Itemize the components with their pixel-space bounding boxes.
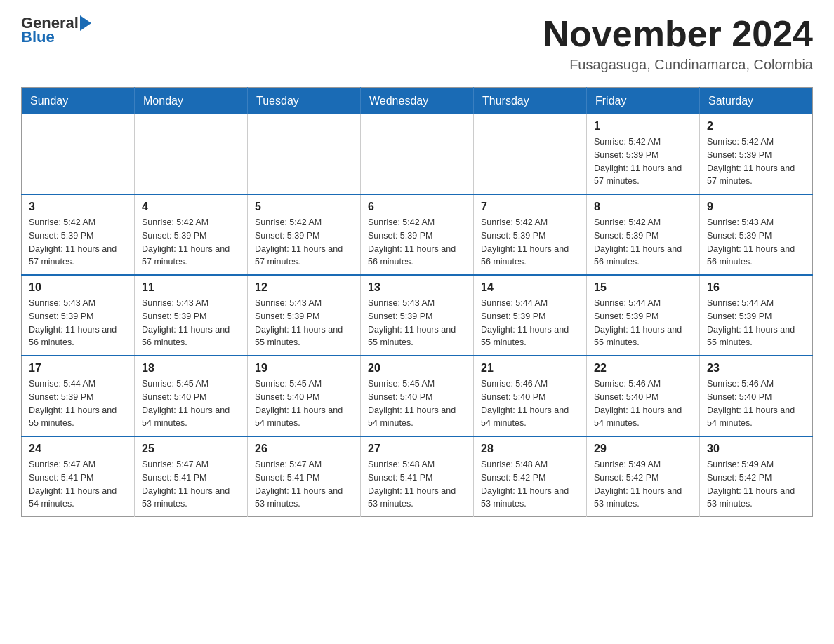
calendar-cell: 16Sunrise: 5:44 AMSunset: 5:39 PMDayligh…	[700, 275, 813, 356]
sun-info: Sunrise: 5:46 AMSunset: 5:40 PMDaylight:…	[481, 377, 579, 430]
calendar-cell: 13Sunrise: 5:43 AMSunset: 5:39 PMDayligh…	[361, 275, 474, 356]
calendar-cell	[361, 114, 474, 194]
weekday-header-tuesday: Tuesday	[248, 88, 361, 115]
sun-info: Sunrise: 5:42 AMSunset: 5:39 PMDaylight:…	[255, 216, 353, 269]
calendar-cell: 10Sunrise: 5:43 AMSunset: 5:39 PMDayligh…	[22, 275, 135, 356]
calendar-table: SundayMondayTuesdayWednesdayThursdayFrid…	[21, 87, 813, 517]
sun-info: Sunrise: 5:42 AMSunset: 5:39 PMDaylight:…	[29, 216, 127, 269]
calendar-week-row: 17Sunrise: 5:44 AMSunset: 5:39 PMDayligh…	[22, 356, 813, 436]
day-number: 10	[29, 281, 127, 294]
day-number: 18	[142, 362, 240, 375]
day-number: 25	[142, 443, 240, 455]
sun-info: Sunrise: 5:45 AMSunset: 5:40 PMDaylight:…	[368, 377, 466, 430]
calendar-cell: 2Sunrise: 5:42 AMSunset: 5:39 PMDaylight…	[700, 114, 813, 194]
day-number: 27	[368, 443, 466, 455]
calendar-cell: 14Sunrise: 5:44 AMSunset: 5:39 PMDayligh…	[474, 275, 587, 356]
day-number: 24	[29, 443, 127, 455]
sun-info: Sunrise: 5:44 AMSunset: 5:39 PMDaylight:…	[594, 297, 692, 349]
day-number: 20	[368, 362, 466, 375]
calendar-cell: 25Sunrise: 5:47 AMSunset: 5:41 PMDayligh…	[135, 436, 248, 517]
day-number: 1	[594, 120, 692, 133]
day-number: 5	[255, 201, 353, 213]
title-section: November 2024 Fusagasuga, Cundinamarca, …	[543, 14, 813, 73]
calendar-cell: 22Sunrise: 5:46 AMSunset: 5:40 PMDayligh…	[587, 356, 700, 436]
sun-info: Sunrise: 5:46 AMSunset: 5:40 PMDaylight:…	[707, 377, 805, 430]
sun-info: Sunrise: 5:42 AMSunset: 5:39 PMDaylight:…	[594, 135, 692, 188]
sun-info: Sunrise: 5:47 AMSunset: 5:41 PMDaylight:…	[142, 458, 240, 511]
sun-info: Sunrise: 5:42 AMSunset: 5:39 PMDaylight:…	[481, 216, 579, 269]
sun-info: Sunrise: 5:42 AMSunset: 5:39 PMDaylight:…	[368, 216, 466, 269]
location-subtitle: Fusagasuga, Cundinamarca, Colombia	[543, 57, 813, 73]
calendar-week-row: 1Sunrise: 5:42 AMSunset: 5:39 PMDaylight…	[22, 114, 813, 194]
sun-info: Sunrise: 5:46 AMSunset: 5:40 PMDaylight:…	[594, 377, 692, 430]
logo: General Blue	[21, 14, 91, 46]
day-number: 22	[594, 362, 692, 375]
day-number: 9	[707, 201, 805, 213]
calendar-cell	[248, 114, 361, 194]
day-number: 2	[707, 120, 805, 133]
weekday-header-thursday: Thursday	[474, 88, 587, 115]
weekday-header-saturday: Saturday	[700, 88, 813, 115]
sun-info: Sunrise: 5:49 AMSunset: 5:42 PMDaylight:…	[707, 458, 805, 511]
sun-info: Sunrise: 5:43 AMSunset: 5:39 PMDaylight:…	[142, 297, 240, 349]
calendar-cell: 30Sunrise: 5:49 AMSunset: 5:42 PMDayligh…	[700, 436, 813, 517]
weekday-header-sunday: Sunday	[22, 88, 135, 115]
calendar-cell: 1Sunrise: 5:42 AMSunset: 5:39 PMDaylight…	[587, 114, 700, 194]
page-header: General Blue November 2024 Fusagasuga, C…	[21, 14, 813, 73]
calendar-cell: 7Sunrise: 5:42 AMSunset: 5:39 PMDaylight…	[474, 194, 587, 275]
sun-info: Sunrise: 5:42 AMSunset: 5:39 PMDaylight:…	[707, 135, 805, 188]
day-number: 13	[368, 281, 466, 294]
calendar-cell: 21Sunrise: 5:46 AMSunset: 5:40 PMDayligh…	[474, 356, 587, 436]
sun-info: Sunrise: 5:43 AMSunset: 5:39 PMDaylight:…	[255, 297, 353, 349]
calendar-cell	[474, 114, 587, 194]
day-number: 19	[255, 362, 353, 375]
day-number: 14	[481, 281, 579, 294]
day-number: 17	[29, 362, 127, 375]
calendar-cell	[22, 114, 135, 194]
day-number: 11	[142, 281, 240, 294]
sun-info: Sunrise: 5:43 AMSunset: 5:39 PMDaylight:…	[29, 297, 127, 349]
calendar-cell: 11Sunrise: 5:43 AMSunset: 5:39 PMDayligh…	[135, 275, 248, 356]
logo-blue-text: Blue	[21, 28, 91, 46]
sun-info: Sunrise: 5:45 AMSunset: 5:40 PMDaylight:…	[255, 377, 353, 430]
sun-info: Sunrise: 5:43 AMSunset: 5:39 PMDaylight:…	[707, 216, 805, 269]
weekday-header-friday: Friday	[587, 88, 700, 115]
sun-info: Sunrise: 5:49 AMSunset: 5:42 PMDaylight:…	[594, 458, 692, 511]
day-number: 15	[594, 281, 692, 294]
day-number: 12	[255, 281, 353, 294]
calendar-cell: 12Sunrise: 5:43 AMSunset: 5:39 PMDayligh…	[248, 275, 361, 356]
calendar-cell: 5Sunrise: 5:42 AMSunset: 5:39 PMDaylight…	[248, 194, 361, 275]
day-number: 30	[707, 443, 805, 455]
calendar-cell: 9Sunrise: 5:43 AMSunset: 5:39 PMDaylight…	[700, 194, 813, 275]
sun-info: Sunrise: 5:48 AMSunset: 5:42 PMDaylight:…	[481, 458, 579, 511]
calendar-cell: 27Sunrise: 5:48 AMSunset: 5:41 PMDayligh…	[361, 436, 474, 517]
day-number: 4	[142, 201, 240, 213]
weekday-header-wednesday: Wednesday	[361, 88, 474, 115]
calendar-cell	[135, 114, 248, 194]
sun-info: Sunrise: 5:44 AMSunset: 5:39 PMDaylight:…	[481, 297, 579, 349]
day-number: 26	[255, 443, 353, 455]
calendar-cell: 8Sunrise: 5:42 AMSunset: 5:39 PMDaylight…	[587, 194, 700, 275]
calendar-cell: 19Sunrise: 5:45 AMSunset: 5:40 PMDayligh…	[248, 356, 361, 436]
sun-info: Sunrise: 5:44 AMSunset: 5:39 PMDaylight:…	[707, 297, 805, 349]
sun-info: Sunrise: 5:44 AMSunset: 5:39 PMDaylight:…	[29, 377, 127, 430]
sun-info: Sunrise: 5:42 AMSunset: 5:39 PMDaylight:…	[142, 216, 240, 269]
calendar-cell: 15Sunrise: 5:44 AMSunset: 5:39 PMDayligh…	[587, 275, 700, 356]
calendar-cell: 29Sunrise: 5:49 AMSunset: 5:42 PMDayligh…	[587, 436, 700, 517]
calendar-cell: 24Sunrise: 5:47 AMSunset: 5:41 PMDayligh…	[22, 436, 135, 517]
calendar-week-row: 3Sunrise: 5:42 AMSunset: 5:39 PMDaylight…	[22, 194, 813, 275]
calendar-week-row: 10Sunrise: 5:43 AMSunset: 5:39 PMDayligh…	[22, 275, 813, 356]
calendar-cell: 6Sunrise: 5:42 AMSunset: 5:39 PMDaylight…	[361, 194, 474, 275]
calendar-cell: 26Sunrise: 5:47 AMSunset: 5:41 PMDayligh…	[248, 436, 361, 517]
sun-info: Sunrise: 5:43 AMSunset: 5:39 PMDaylight:…	[368, 297, 466, 349]
day-number: 8	[594, 201, 692, 213]
day-number: 3	[29, 201, 127, 213]
sun-info: Sunrise: 5:48 AMSunset: 5:41 PMDaylight:…	[368, 458, 466, 511]
sun-info: Sunrise: 5:47 AMSunset: 5:41 PMDaylight:…	[255, 458, 353, 511]
calendar-cell: 4Sunrise: 5:42 AMSunset: 5:39 PMDaylight…	[135, 194, 248, 275]
day-number: 7	[481, 201, 579, 213]
sun-info: Sunrise: 5:42 AMSunset: 5:39 PMDaylight:…	[594, 216, 692, 269]
month-year-title: November 2024	[543, 14, 813, 54]
sun-info: Sunrise: 5:47 AMSunset: 5:41 PMDaylight:…	[29, 458, 127, 511]
sun-info: Sunrise: 5:45 AMSunset: 5:40 PMDaylight:…	[142, 377, 240, 430]
